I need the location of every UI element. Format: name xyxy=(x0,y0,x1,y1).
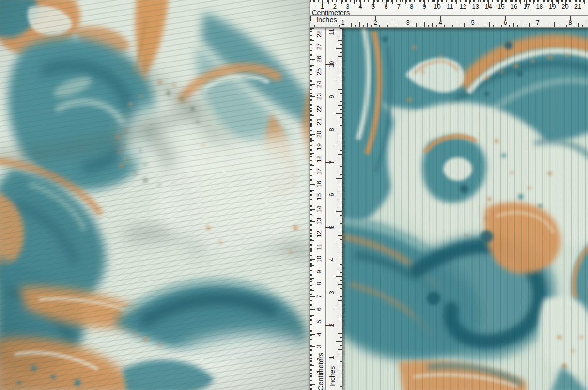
ruler-tick xyxy=(310,232,312,232)
ruler-tick xyxy=(310,63,312,63)
ruler-tick xyxy=(338,138,342,138)
ruler-tick xyxy=(382,0,383,2)
ruler-tick xyxy=(310,149,312,150)
ruler-tick xyxy=(340,207,342,207)
ruler-tick xyxy=(310,175,312,176)
ruler-tick xyxy=(310,72,315,72)
ruler-tick xyxy=(310,76,312,76)
ruler-tick xyxy=(310,100,312,101)
ruler-tick xyxy=(341,0,342,4)
ruler-tick xyxy=(310,92,312,92)
ruler-tick xyxy=(354,0,355,4)
ruler-tick xyxy=(486,0,486,2)
ruler-tick xyxy=(519,0,520,2)
ruler-tick xyxy=(310,359,315,359)
ruler-tick xyxy=(470,0,471,2)
ruler-tick xyxy=(340,142,342,142)
ruler-tick xyxy=(310,240,314,241)
ruler-tick xyxy=(557,0,558,2)
ruler-tick xyxy=(310,42,312,42)
ruler-tick xyxy=(346,0,347,2)
vertical-centimeters-label: Centimeters xyxy=(317,353,324,390)
ruler-tick xyxy=(310,245,312,246)
ruler-tick xyxy=(367,23,368,27)
ruler-tick xyxy=(325,260,334,260)
ruler-tick xyxy=(472,0,472,2)
ruler-number: 20 xyxy=(561,3,568,10)
ruler-tick xyxy=(528,0,528,2)
draped-fabric-art xyxy=(0,0,310,390)
ruler-number: 5 xyxy=(316,320,322,323)
ruler-tick xyxy=(477,0,477,2)
ruler-tick xyxy=(310,109,315,109)
ruler-tick xyxy=(495,0,495,4)
ruler-tick xyxy=(310,380,312,381)
ruler-tick xyxy=(336,81,342,81)
ruler-tick xyxy=(310,189,312,189)
ruler-tick xyxy=(566,0,567,2)
ruler-tick xyxy=(544,0,545,2)
ruler-tick xyxy=(338,300,342,301)
ruler-tick xyxy=(310,283,312,283)
ruler-number: 24 xyxy=(316,80,322,87)
ruler-tick xyxy=(462,0,462,2)
ruler-tick xyxy=(510,0,511,2)
ruler-tick xyxy=(498,0,499,2)
ruler-tick xyxy=(320,0,320,2)
ruler-tick xyxy=(314,25,315,28)
ruler-tick xyxy=(340,166,342,167)
ruler-tick xyxy=(574,25,574,28)
ruler-tick xyxy=(340,150,342,151)
ruler-number: 21 xyxy=(574,3,581,10)
ruler-tick xyxy=(310,225,312,226)
ruler-tick xyxy=(493,25,494,28)
ruler-tick xyxy=(431,0,431,4)
ruler-tick xyxy=(310,242,312,242)
ruler-tick xyxy=(310,84,315,85)
ruler-tick xyxy=(380,0,380,4)
ruler-tick xyxy=(310,46,312,46)
ruler-tick xyxy=(310,305,312,306)
ruler-tick xyxy=(428,0,429,2)
ruler-tick xyxy=(433,0,434,2)
ruler-tick xyxy=(340,61,342,61)
ruler-tick xyxy=(310,61,312,61)
ruler-tick xyxy=(420,0,421,2)
ruler-tick xyxy=(327,22,327,27)
ruler-tick xyxy=(310,206,312,207)
ruler-tick xyxy=(469,25,469,28)
ruler-tick xyxy=(310,128,314,128)
ruler-tick xyxy=(310,269,312,269)
ruler-tick xyxy=(310,318,312,318)
ruler-tick xyxy=(310,263,312,264)
ruler-tick xyxy=(310,96,315,97)
ruler-tick xyxy=(325,358,334,358)
ruler-tick xyxy=(505,0,506,2)
ruler-number: 12 xyxy=(316,231,322,237)
ruler-tick xyxy=(310,343,312,343)
ruler-tick xyxy=(310,137,312,137)
ruler-tick xyxy=(582,25,583,28)
ruler-tick xyxy=(310,98,312,98)
ruler-tick xyxy=(310,199,312,200)
ruler-tick xyxy=(310,126,312,127)
ruler-tick xyxy=(536,0,536,2)
ruler-tick xyxy=(310,345,312,346)
ruler-tick xyxy=(340,361,342,362)
ruler-tick xyxy=(310,218,312,218)
ruler-tick xyxy=(481,23,481,27)
ruler-tick xyxy=(339,25,340,28)
ruler-tick xyxy=(314,0,315,2)
ruler-tick xyxy=(387,0,388,2)
ruler-number: 23 xyxy=(316,93,322,100)
ruler-tick xyxy=(556,0,557,2)
ruler-tick xyxy=(387,25,388,28)
ruler-tick xyxy=(359,22,360,27)
ruler-tick xyxy=(473,16,473,21)
ruler-number: 18 xyxy=(536,3,543,10)
ruler-tick xyxy=(310,383,312,383)
ruler-tick xyxy=(576,0,577,2)
ruler-tick xyxy=(436,25,437,28)
ruler-tick xyxy=(310,54,312,55)
ruler-number: 5 xyxy=(371,3,375,10)
